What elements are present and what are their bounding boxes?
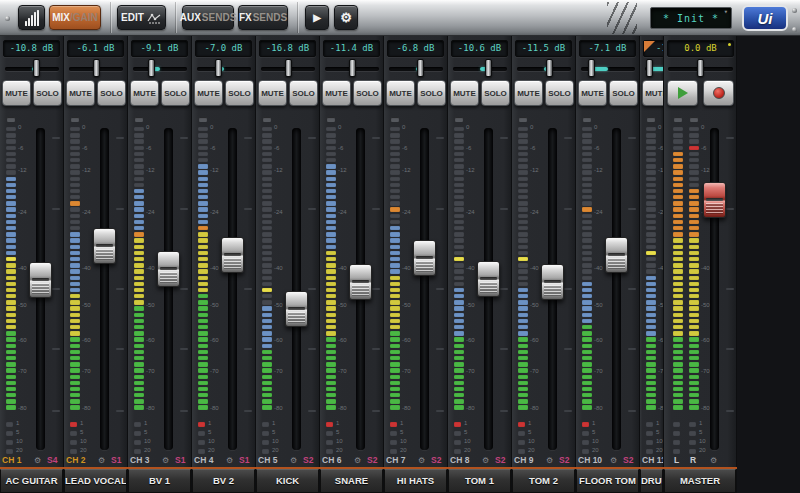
channel-settings-gear-icon[interactable]: ⚙ bbox=[354, 456, 361, 465]
channel-name-tab[interactable]: LEAD VOCAL bbox=[64, 469, 127, 493]
channel-level-display[interactable]: -11 bbox=[643, 40, 664, 57]
pan-handle[interactable] bbox=[646, 59, 653, 77]
mute-button[interactable]: MUTE bbox=[66, 80, 95, 106]
mute-button[interactable]: MUTE bbox=[322, 80, 351, 106]
master-play-button[interactable] bbox=[667, 80, 698, 106]
channel-level-display[interactable]: -7.1 dB bbox=[579, 40, 636, 57]
fader-handle[interactable] bbox=[221, 237, 244, 273]
fader-track[interactable] bbox=[100, 128, 109, 450]
solo-button[interactable]: SOLO bbox=[289, 80, 318, 106]
fader-track[interactable] bbox=[228, 128, 237, 450]
channel-level-display[interactable]: -9.1 dB bbox=[131, 40, 188, 57]
mute-button[interactable]: MUTE bbox=[386, 80, 415, 106]
channel-name-tab[interactable]: FLOOR TOM bbox=[576, 469, 639, 493]
channel-level-display[interactable]: -11.4 dB bbox=[323, 40, 380, 57]
solo-button[interactable]: SOLO bbox=[545, 80, 574, 106]
solo-button[interactable]: SOLO bbox=[609, 80, 638, 106]
aux-sends-button[interactable]: AUXSENDS bbox=[182, 5, 234, 30]
meters-view-button[interactable] bbox=[18, 5, 45, 30]
fader-handle[interactable] bbox=[605, 237, 628, 273]
fader-handle[interactable] bbox=[157, 251, 180, 287]
solo-button[interactable]: SOLO bbox=[417, 80, 446, 106]
fader-track[interactable] bbox=[164, 128, 173, 450]
channel-name-tab[interactable]: TOM 2 bbox=[512, 469, 575, 493]
channel-level-display[interactable]: -16.8 dB bbox=[259, 40, 316, 57]
fader-handle[interactable] bbox=[413, 240, 436, 276]
channel-name-tab[interactable]: KICK bbox=[256, 469, 319, 493]
mute-button[interactable]: MUTE bbox=[130, 80, 159, 106]
channel-name-tab[interactable]: DRUM bbox=[640, 469, 663, 493]
fader-handle[interactable] bbox=[477, 261, 500, 297]
mute-button[interactable]: MUTE bbox=[258, 80, 287, 106]
solo-button[interactable]: SOLO bbox=[161, 80, 190, 106]
master-name-tab[interactable]: MASTER bbox=[664, 469, 736, 493]
channel-settings-gear-icon[interactable]: ⚙ bbox=[290, 456, 297, 465]
channel-settings-gear-icon[interactable]: ⚙ bbox=[226, 456, 233, 465]
channel-name-tab[interactable]: AC GUITAR bbox=[0, 469, 63, 493]
meter-segment bbox=[646, 177, 656, 181]
mute-button[interactable]: MUTE bbox=[450, 80, 479, 106]
channel-level-display[interactable]: -6.8 dB bbox=[387, 40, 444, 57]
pan-handle[interactable] bbox=[588, 59, 595, 77]
settings-gear-button[interactable]: ⚙ bbox=[334, 5, 358, 30]
channel-name-tab[interactable]: TOM 1 bbox=[448, 469, 511, 493]
fader-handle[interactable] bbox=[29, 262, 52, 298]
pan-handle[interactable] bbox=[215, 59, 222, 77]
fader-track[interactable] bbox=[710, 128, 719, 450]
fader-track[interactable] bbox=[612, 128, 621, 450]
channel-level-display[interactable]: -10.6 dB bbox=[451, 40, 508, 57]
master-level-display[interactable]: 0.0 dB bbox=[667, 40, 734, 57]
solo-button[interactable]: SOLO bbox=[353, 80, 382, 106]
pan-slider-track[interactable] bbox=[197, 67, 251, 71]
channel-level-display[interactable]: -7.0 dB bbox=[195, 40, 252, 57]
channel-level-display[interactable]: -6.1 dB bbox=[67, 40, 124, 57]
master-settings-gear-icon[interactable]: ⚙ bbox=[710, 456, 717, 465]
fader-handle[interactable] bbox=[349, 264, 372, 300]
fader-handle[interactable] bbox=[541, 264, 564, 300]
mix-gain-button[interactable]: MIX/GAIN bbox=[49, 5, 101, 30]
pan-handle[interactable] bbox=[93, 59, 100, 77]
channel-name-tab[interactable]: SNARE bbox=[320, 469, 383, 493]
pan-handle[interactable] bbox=[485, 59, 492, 77]
pan-handle[interactable] bbox=[546, 59, 553, 77]
fader-track[interactable] bbox=[292, 128, 301, 450]
channel-settings-gear-icon[interactable]: ⚙ bbox=[162, 456, 169, 465]
channel-settings-gear-icon[interactable]: ⚙ bbox=[546, 456, 553, 465]
pan-handle[interactable] bbox=[349, 59, 356, 77]
pan-handle[interactable] bbox=[33, 59, 40, 77]
solo-button[interactable]: SOLO bbox=[481, 80, 510, 106]
pan-handle[interactable] bbox=[697, 59, 704, 77]
solo-button[interactable]: SOLO bbox=[97, 80, 126, 106]
fader-handle[interactable] bbox=[93, 228, 116, 264]
channel-settings-gear-icon[interactable]: ⚙ bbox=[482, 456, 489, 465]
channel-settings-gear-icon[interactable]: ⚙ bbox=[418, 456, 425, 465]
edit-button[interactable]: EDIT bbox=[117, 5, 166, 30]
meter-segment bbox=[198, 405, 208, 409]
preset-display[interactable]: * Init * ▾ bbox=[650, 7, 732, 29]
pan-handle[interactable] bbox=[148, 59, 155, 77]
mute-button[interactable]: MUTE bbox=[2, 80, 31, 106]
channel-name-tab[interactable]: BV 1 bbox=[128, 469, 191, 493]
fx-sends-button[interactable]: FXSENDS bbox=[238, 5, 288, 30]
solo-button[interactable]: SOLO bbox=[33, 80, 62, 106]
master-fader-handle[interactable] bbox=[703, 182, 726, 218]
fader-handle[interactable] bbox=[285, 291, 308, 327]
channel-settings-gear-icon[interactable]: ⚙ bbox=[34, 456, 41, 465]
channel-level-display[interactable]: -10.8 dB bbox=[3, 40, 60, 57]
channel-settings-gear-icon[interactable]: ⚙ bbox=[610, 456, 617, 465]
channel-name-tab[interactable]: HI HATS bbox=[384, 469, 447, 493]
mute-button[interactable]: MUTE bbox=[578, 80, 607, 106]
mute-button[interactable]: MUTE bbox=[194, 80, 223, 106]
player-play-button[interactable]: ▶ bbox=[305, 5, 329, 30]
channel-settings-gear-icon[interactable]: ⚙ bbox=[98, 456, 105, 465]
fader-track[interactable] bbox=[420, 128, 429, 450]
pan-handle[interactable] bbox=[417, 59, 424, 77]
mute-button[interactable]: MUTE bbox=[514, 80, 543, 106]
mute-button[interactable]: MUTE bbox=[642, 80, 664, 106]
pan-handle[interactable] bbox=[285, 59, 292, 77]
solo-button[interactable]: SOLO bbox=[225, 80, 254, 106]
master-record-button[interactable] bbox=[703, 80, 734, 106]
channel-name-tab[interactable]: BV 2 bbox=[192, 469, 255, 493]
channel-level-display[interactable]: -11.5 dB bbox=[515, 40, 572, 57]
pan-slider-track[interactable] bbox=[133, 67, 187, 71]
